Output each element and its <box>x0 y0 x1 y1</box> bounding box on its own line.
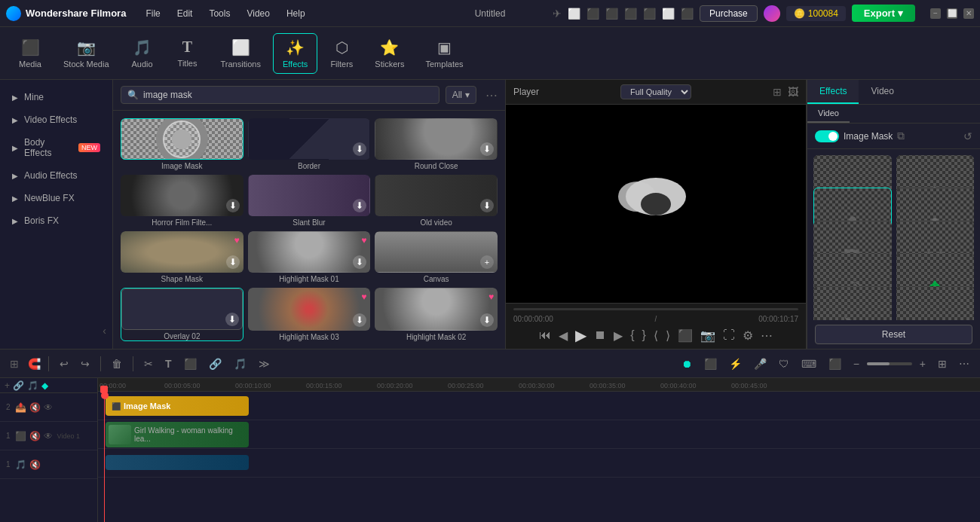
tab-effects[interactable]: Effects <box>807 80 859 104</box>
topbar-icon-1[interactable]: ✈ <box>553 8 562 20</box>
progress-bar[interactable] <box>513 308 798 310</box>
menu-edit[interactable]: Edit <box>170 5 201 22</box>
group-icon[interactable]: ⊞ <box>6 356 23 372</box>
cut-button[interactable]: ✂ <box>139 355 158 373</box>
effect-card-shape-mask[interactable]: ♥ ⬇ Shape Mask <box>121 231 243 283</box>
sidebar-item-body-effects[interactable]: ▶ Body Effects NEW <box>0 131 112 164</box>
track-audio-icon[interactable]: 🎵 <box>15 459 26 470</box>
prev-frame-icon[interactable]: ⟨ <box>654 328 658 343</box>
tool-titles[interactable]: T Titles <box>167 34 209 72</box>
topbar-icon-3[interactable]: ⬛ <box>586 8 599 20</box>
zoom-plus-button[interactable]: + <box>915 355 930 373</box>
sidebar-item-video-effects[interactable]: ▶ Video Effects <box>0 108 112 131</box>
audio-track-icon[interactable]: 🎵 <box>27 380 38 391</box>
image-view-icon[interactable]: 🖼 <box>788 86 798 98</box>
settings-icon[interactable]: ⚙ <box>743 328 753 343</box>
track-1-visibility-icon[interactable]: 👁 <box>44 431 53 441</box>
effect-card-round-close[interactable]: ⬇ Round Close <box>375 118 498 170</box>
frame-forward-icon[interactable]: ▶ <box>614 328 623 343</box>
clip-image-mask[interactable]: ⬛ Image Mask <box>106 396 249 416</box>
track-2-visibility-icon[interactable]: 👁 <box>44 402 53 413</box>
grid-view-icon[interactable]: ⊞ <box>773 86 782 98</box>
track-1-layout-icon[interactable]: ⬛ <box>15 431 26 441</box>
user-avatar[interactable] <box>764 5 780 22</box>
magnet-icon[interactable]: 🧲 <box>26 356 42 372</box>
stop-button[interactable]: ⏹ <box>594 328 606 342</box>
mark-out-icon[interactable]: } <box>642 328 646 342</box>
close-button[interactable]: ✕ <box>963 8 974 19</box>
tool-transitions[interactable]: ⬜ Transitions <box>212 34 270 73</box>
effect-card-canvas[interactable]: + Canvas <box>375 231 498 283</box>
track-audio-mute-icon[interactable]: 🔇 <box>29 459 41 470</box>
grid-layout-icon[interactable]: ⊞ <box>933 355 951 373</box>
tool-stickers[interactable]: ⭐ Stickers <box>366 34 413 73</box>
text-button[interactable]: T <box>161 355 176 373</box>
topbar-icon-8[interactable]: ⬛ <box>681 8 694 20</box>
snapshot-icon[interactable]: 📷 <box>700 328 715 343</box>
sub-tab-video[interactable]: Video <box>807 105 850 123</box>
topbar-icon-7[interactable]: ⬜ <box>662 8 675 20</box>
delete-button[interactable]: 🗑 <box>107 355 127 373</box>
search-input[interactable] <box>143 90 433 100</box>
sidebar-item-mine[interactable]: ▶ Mine <box>0 86 112 108</box>
effect-card-image-mask[interactable]: Image Mask <box>121 118 243 170</box>
play-button[interactable]: ▶ <box>575 326 586 344</box>
sidebar-item-newblue[interactable]: ▶ NewBlue FX <box>0 187 112 209</box>
maximize-button[interactable]: ⬜ <box>947 8 957 19</box>
tool-audio[interactable]: 🎵 Audio <box>121 34 164 73</box>
topbar-icon-4[interactable]: ⬛ <box>605 8 618 20</box>
track-2-export-icon[interactable]: 📤 <box>15 402 26 413</box>
next-frame-icon[interactable]: ⟩ <box>666 328 670 343</box>
tab-video[interactable]: Video <box>859 80 905 104</box>
search-filter-dropdown[interactable]: All ▾ <box>446 86 476 104</box>
mask-arrow[interactable] <box>813 286 892 320</box>
skip-back-icon[interactable]: ⏮ <box>539 328 551 342</box>
topbar-icon-6[interactable]: ⬛ <box>643 8 656 20</box>
effect-card-border[interactable]: ⬇ Border <box>248 118 371 170</box>
link-button[interactable]: 🔗 <box>204 355 226 373</box>
audio-button[interactable]: 🎵 <box>229 355 251 373</box>
mask-circle[interactable] <box>896 286 975 320</box>
effect-card-old-video[interactable]: ⬇ Old video <box>375 175 498 227</box>
sidebar-item-audio-effects[interactable]: ▶ Audio Effects <box>0 164 112 187</box>
zoom-minus-button[interactable]: − <box>849 355 864 373</box>
image-mask-toggle[interactable] <box>815 130 839 142</box>
clip-video[interactable]: Girl Walking - woman walking lea... <box>106 422 249 447</box>
topbar-icon-5[interactable]: ⬛ <box>624 8 637 20</box>
keyframe-icon[interactable]: ◆ <box>41 380 48 391</box>
shield-icon[interactable]: 🛡 <box>774 355 794 373</box>
record-icon[interactable]: ⏺ <box>677 355 697 373</box>
copy-mask-icon[interactable]: ⧉ <box>897 130 905 142</box>
minimize-button[interactable]: − <box>930 8 941 19</box>
clip-audio[interactable] <box>106 455 249 470</box>
clip-to-timeline-icon[interactable]: ⬛ <box>678 328 693 343</box>
zoom-slider[interactable] <box>867 362 912 365</box>
more-edit-icon[interactable]: ≫ <box>254 355 274 373</box>
purchase-button[interactable]: Purchase <box>700 5 758 22</box>
effect-card-highlight-01[interactable]: ♥ ⬇ Highlight Mask 01 <box>248 231 371 283</box>
split-icon[interactable]: ⬛ <box>700 355 721 373</box>
menu-tools[interactable]: Tools <box>201 5 237 22</box>
reset-icon[interactable]: ↺ <box>963 130 972 142</box>
effect-card-highlight-02[interactable]: ♥ ⬇ Highlight Mask 02 <box>375 288 498 341</box>
undo-button[interactable]: ↩ <box>55 355 73 373</box>
tool-media[interactable]: ⬛ Media <box>9 34 51 73</box>
track-1-mute-icon[interactable]: 🔇 <box>29 431 41 441</box>
effect-card-slant-blur[interactable]: ⬇ Slant Blur <box>248 175 371 227</box>
mark-in-icon[interactable]: { <box>630 328 634 342</box>
topbar-icon-2[interactable]: ⬜ <box>568 8 580 20</box>
link-track-icon[interactable]: 🔗 <box>13 380 24 391</box>
speed-icon[interactable]: ⚡ <box>724 355 746 373</box>
export-button[interactable]: Export ▾ <box>852 5 915 22</box>
redo-button[interactable]: ↪ <box>76 355 94 373</box>
tool-templates[interactable]: ▣ Templates <box>416 34 472 73</box>
more-options-icon[interactable]: ⋯ <box>761 328 773 343</box>
clip-button[interactable]: ⬛ <box>179 355 201 373</box>
reset-button[interactable]: Reset <box>815 325 972 344</box>
tool-effects[interactable]: ✨ Effects <box>273 33 317 74</box>
tool-filters[interactable]: ⬡ Filters <box>320 34 363 73</box>
effect-card-highlight-03[interactable]: ♥ ⬇ Highlight Mask 03 <box>248 288 371 341</box>
effect-card-horror[interactable]: ⬇ Horror Film Filte... <box>121 175 243 227</box>
search-more-icon[interactable]: ⋯ <box>485 88 498 102</box>
fullscreen-icon[interactable]: ⛶ <box>723 328 735 342</box>
